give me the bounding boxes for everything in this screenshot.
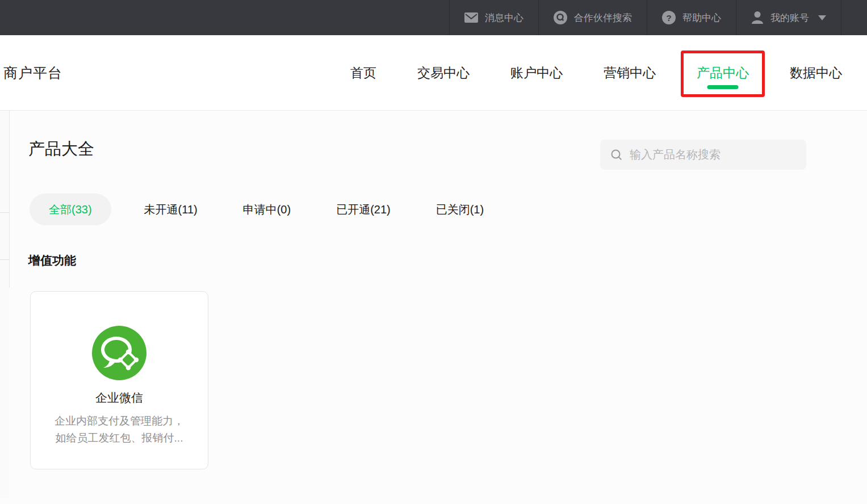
nav-item-label: 产品中心	[697, 65, 749, 80]
chevron-down-icon	[818, 15, 826, 20]
topbar-item-label: 帮助中心	[682, 11, 721, 24]
collapsed-sidebar-edge	[0, 111, 9, 498]
topbar-item-my-account[interactable]: 我的账号	[736, 0, 841, 35]
tab-activated[interactable]: 已开通(21)	[336, 202, 391, 217]
nav-item-transaction-center[interactable]: 交易中心	[417, 64, 470, 82]
product-search-box[interactable]	[600, 140, 806, 170]
nav-item-data-center[interactable]: 数据中心	[790, 64, 842, 82]
section-title-value-added: 增值功能	[28, 253, 76, 268]
topbar-item-help-center[interactable]: ? 帮助中心	[647, 0, 736, 35]
active-tab-underline	[707, 85, 739, 89]
nav-item-product-center[interactable]: 产品中心	[697, 64, 749, 82]
topbar-item-partner-search[interactable]: 合作伙伴搜索	[538, 0, 647, 35]
topbar-end-divider	[841, 0, 867, 35]
mail-icon	[464, 12, 478, 23]
tab-closed[interactable]: 已关闭(1)	[436, 202, 484, 217]
help-circle-icon: ?	[662, 11, 676, 24]
topbar-item-label: 合作伙伴搜索	[574, 11, 632, 24]
nav-item-account-center[interactable]: 账户中心	[510, 64, 563, 82]
tab-all[interactable]: 全部(33)	[30, 194, 111, 225]
header: 商户平台 首页 交易中心 账户中心 营销中心 产品中心 数据中心	[0, 35, 867, 111]
product-name: 企业微信	[95, 390, 143, 406]
brand-title: 商户平台	[3, 64, 62, 82]
topbar-item-message-center[interactable]: 消息中心	[449, 0, 538, 35]
nav-item-home[interactable]: 首页	[350, 64, 376, 82]
tab-not-activated[interactable]: 未开通(11)	[144, 202, 198, 217]
sidebar-edge-divider	[0, 212, 9, 213]
main-nav: 首页 交易中心 账户中心 营销中心 产品中心 数据中心	[350, 64, 842, 82]
page-title: 产品大全	[28, 138, 94, 161]
search-circle-icon	[554, 11, 567, 24]
search-icon	[610, 149, 623, 161]
content-area: 产品大全 全部(33) 未开通(11) 申请中(0) 已开通(21) 已关闭(1…	[0, 111, 867, 504]
sidebar-edge-line	[9, 111, 10, 288]
search-input[interactable]	[630, 148, 796, 161]
topbar-item-label: 消息中心	[485, 11, 523, 24]
nav-item-marketing-center[interactable]: 营销中心	[604, 64, 656, 82]
topbar-item-label: 我的账号	[770, 11, 809, 24]
svg-text:?: ?	[666, 13, 671, 23]
product-description-line: 企业内部支付及管理能力，	[55, 413, 184, 430]
product-description: 企业内部支付及管理能力， 如给员工发红包、报销付...	[55, 413, 184, 447]
product-description-line: 如给员工发红包、报销付...	[55, 430, 184, 447]
topbar: 消息中心 合作伙伴搜索 ? 帮助中心 我的账号	[0, 0, 867, 35]
wecom-icon	[92, 326, 146, 380]
product-card-wecom[interactable]: 企业微信 企业内部支付及管理能力， 如给员工发红包、报销付...	[30, 291, 208, 469]
tab-applying[interactable]: 申请中(0)	[243, 202, 291, 217]
sidebar-edge-divider	[0, 259, 9, 260]
user-icon	[751, 11, 764, 24]
filter-tabs: 全部(33) 未开通(11) 申请中(0) 已开通(21) 已关闭(1)	[30, 194, 484, 225]
